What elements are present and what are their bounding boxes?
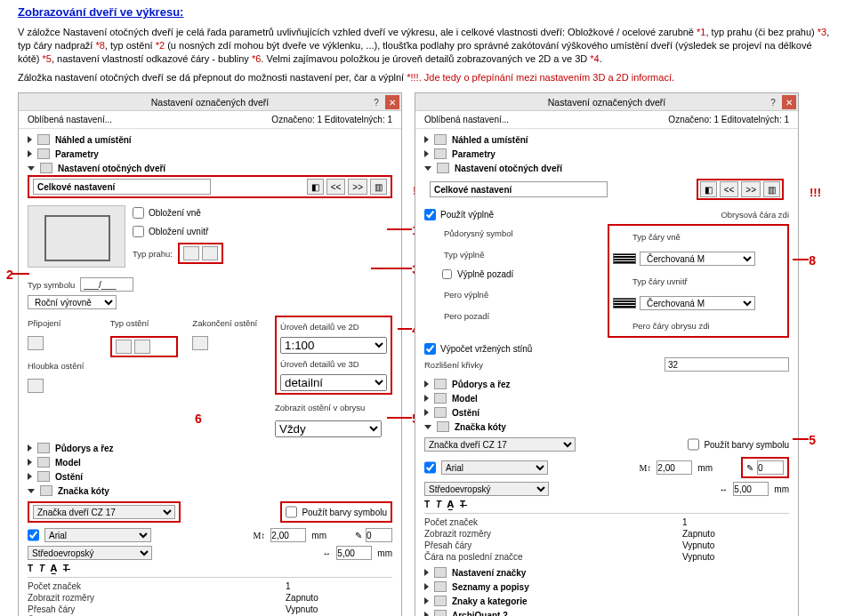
page-heading: Zobrazování dveří ve výkresu: bbox=[18, 5, 836, 19]
use-symbol-colors-box: Použít barvy symbolu bbox=[280, 501, 392, 523]
nav-buttons-box: ◧ << >> ▥ bbox=[697, 179, 784, 200]
val-count[interactable]: 1 bbox=[682, 517, 789, 527]
val-count[interactable]: 1 bbox=[286, 581, 392, 591]
paragraph-2: Záložka nastavení otočných dveří se dá p… bbox=[18, 71, 836, 84]
chk-oblozeni-vne[interactable] bbox=[133, 207, 144, 219]
callout-2: 2 bbox=[6, 268, 13, 282]
close-icon[interactable]: ✕ bbox=[385, 95, 399, 109]
section-icon bbox=[40, 163, 52, 173]
section-chars-cats[interactable]: Znaky a kategorie bbox=[452, 596, 527, 606]
section-parameters[interactable]: Parametry bbox=[55, 149, 99, 159]
bg-pen-icon bbox=[424, 309, 439, 322]
favorites-combo[interactable]: Oblíbená nastavení... bbox=[424, 115, 509, 124]
celkove-combo[interactable]: Celkové nastavení bbox=[33, 179, 211, 195]
val-last-line[interactable]: Vypnuto bbox=[682, 552, 789, 562]
celkove-combo[interactable]: Celkové nastavení bbox=[430, 181, 608, 197]
typ-prahu-selector[interactable] bbox=[178, 243, 223, 264]
help-icon[interactable]: ? bbox=[766, 95, 780, 109]
font-size-field[interactable] bbox=[270, 528, 306, 542]
chk-shadows[interactable] bbox=[424, 343, 436, 355]
section-preview-placement[interactable]: Náhled a umístění bbox=[55, 135, 132, 145]
dialog-titlebar: Nastavení označených dveří ? ✕ bbox=[415, 93, 798, 111]
section-door-settings[interactable]: Nastavení otočných dveří bbox=[455, 164, 562, 173]
btn-last[interactable]: ▥ bbox=[370, 179, 387, 195]
chk-use-fills[interactable] bbox=[424, 209, 436, 220]
section-plan[interactable]: Půdorys a řez bbox=[55, 444, 114, 453]
section-door-settings[interactable]: Nastavení otočných dveří bbox=[58, 164, 165, 173]
znacka-name-box: Značka dveří CZ 17 bbox=[28, 501, 181, 523]
section-parameters[interactable]: Parametry bbox=[452, 149, 495, 159]
depth-icon[interactable] bbox=[28, 379, 44, 393]
dialog-titlebar: Nastavení označených dveří ? ✕ bbox=[19, 93, 401, 111]
dialog-left: Nastavení označených dveří ? ✕ Oblíbená … bbox=[18, 92, 402, 616]
pen-icon: ✎ bbox=[746, 463, 753, 473]
hspace-field[interactable] bbox=[733, 482, 769, 496]
detail-3d-select[interactable]: detailní bbox=[280, 374, 387, 391]
chk-use-symbol-colors[interactable] bbox=[286, 505, 297, 519]
section-osteni[interactable]: Ostění bbox=[55, 472, 83, 482]
section-znacka[interactable]: Značka kóty bbox=[58, 486, 109, 496]
section-model[interactable]: Model bbox=[55, 458, 81, 468]
encoding-select[interactable]: Středoevropský bbox=[424, 482, 549, 496]
callout-exclam-right: !!! bbox=[810, 186, 821, 199]
chk-font-arial[interactable] bbox=[28, 528, 39, 542]
pen-field[interactable] bbox=[757, 460, 784, 475]
btn-prev[interactable]: << bbox=[720, 181, 739, 197]
celkove-nastaveni-row: Celkové nastavení ◧ << >> ▥ bbox=[424, 175, 789, 204]
font-select[interactable]: Arial bbox=[44, 528, 151, 542]
section-marker-settings[interactable]: Nastavení značky bbox=[452, 568, 526, 578]
celkove-nastaveni-row: Celkové nastavení ◧ << >> ▥ bbox=[28, 175, 392, 198]
section-icon bbox=[37, 148, 50, 159]
font-size-field[interactable] bbox=[657, 460, 692, 475]
section-archiquant[interactable]: ArchiQuant 2 bbox=[452, 611, 508, 616]
section-plan[interactable]: Půdorys a řez bbox=[452, 380, 511, 389]
chk-oblozeni-uvnitr[interactable] bbox=[133, 226, 144, 237]
val-overhang[interactable]: Vypnuto bbox=[286, 604, 392, 614]
btn-next[interactable]: >> bbox=[741, 181, 761, 197]
curve-res-field[interactable] bbox=[665, 357, 789, 372]
help-icon[interactable]: ? bbox=[369, 95, 383, 109]
section-preview-placement[interactable]: Náhled a umístění bbox=[452, 135, 528, 145]
typ-symbolu-field[interactable] bbox=[80, 277, 133, 292]
val-show-dims[interactable]: Zapnuto bbox=[286, 593, 392, 603]
section-lists[interactable]: Seznamy a popisy bbox=[452, 582, 529, 592]
join-icon[interactable] bbox=[28, 336, 44, 350]
section-znacka[interactable]: Značka kóty bbox=[455, 422, 506, 432]
znacka-type-select[interactable]: Značka dveří CZ 17 bbox=[424, 437, 576, 452]
close-icon[interactable]: ✕ bbox=[782, 95, 796, 109]
val-overhang[interactable]: Vypnuto bbox=[682, 540, 789, 550]
line-types-box: Typ čáry vně Čerchovaná M Typ čáry uvnit… bbox=[608, 224, 789, 338]
rocni-vyrovne-select[interactable]: Roční výrovně bbox=[28, 295, 117, 309]
chk-fill-bg[interactable] bbox=[442, 269, 452, 279]
pen-icon: ✎ bbox=[355, 531, 362, 540]
line-out-icon bbox=[613, 230, 627, 243]
detail-2d-select[interactable]: 1:100 bbox=[280, 337, 387, 354]
btn-first[interactable]: ◧ bbox=[700, 181, 717, 197]
btn-next[interactable]: >> bbox=[348, 179, 367, 195]
section-osteni[interactable]: Ostění bbox=[452, 408, 479, 418]
end-icon[interactable] bbox=[192, 336, 208, 350]
selection-count: Označeno: 1 Editovatelných: 1 bbox=[271, 115, 392, 124]
hspace-field[interactable] bbox=[336, 546, 372, 560]
line-vne-select[interactable]: Čerchovaná M bbox=[640, 252, 755, 266]
typ-osteni-selector[interactable] bbox=[110, 336, 179, 357]
chk-use-symbol-colors[interactable] bbox=[688, 437, 699, 452]
outline-pen-icon bbox=[613, 319, 627, 332]
favorites-combo[interactable]: Oblíbená nastavení... bbox=[28, 115, 112, 124]
val-show-dims[interactable]: Zapnuto bbox=[682, 529, 789, 539]
line-in-icon bbox=[613, 275, 627, 287]
show-reveal-select[interactable]: Vždy bbox=[275, 420, 382, 437]
selection-count: Označeno: 1 Editovatelných: 1 bbox=[668, 115, 789, 124]
section-model[interactable]: Model bbox=[452, 394, 478, 404]
chk-font-arial[interactable] bbox=[424, 460, 436, 475]
znacka-type-select[interactable]: Značka dveří CZ 17 bbox=[33, 505, 175, 519]
font-select[interactable]: Arial bbox=[441, 460, 548, 475]
pen-field[interactable] bbox=[366, 528, 392, 542]
btn-prev[interactable]: << bbox=[326, 179, 346, 195]
callout-8: 8 bbox=[809, 253, 816, 268]
line-uvnitr-select[interactable]: Čerchovaná M bbox=[640, 296, 755, 310]
btn-last[interactable]: ▥ bbox=[763, 181, 780, 197]
btn-first[interactable]: ◧ bbox=[307, 179, 324, 195]
fill-type-icon bbox=[424, 248, 439, 260]
encoding-select[interactable]: Středoevropský bbox=[28, 546, 152, 560]
